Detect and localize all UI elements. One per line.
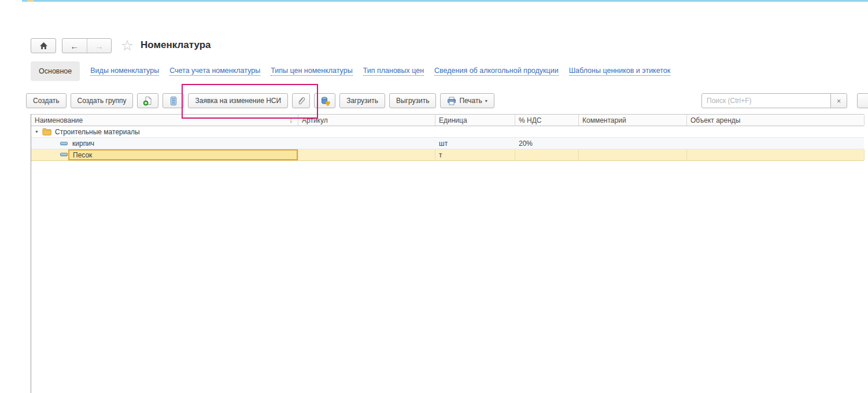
home-icon	[39, 42, 48, 50]
tab-main[interactable]: Основное	[31, 61, 80, 81]
column-header-unit[interactable]: Единица	[435, 115, 515, 126]
search-input[interactable]	[701, 93, 831, 108]
list-icon	[169, 96, 178, 106]
table-header-row: Наименование ↓ Артикул Единица % НДС Ком…	[31, 114, 864, 126]
article-cell[interactable]	[298, 138, 435, 149]
table-row[interactable]: кирпич шт 20%	[31, 138, 864, 149]
copy-item-button[interactable]	[137, 93, 158, 108]
nsi-database-button[interactable]	[314, 93, 335, 108]
rent-cell[interactable]	[687, 138, 865, 149]
app-window: { "accent": { "blue_color": "#90d4ee", "…	[0, 0, 868, 393]
vat-cell[interactable]	[515, 126, 579, 137]
accent-blue-line	[22, 0, 868, 2]
favorite-star-icon[interactable]: ☆	[119, 36, 136, 54]
print-button-label: Печать	[459, 97, 482, 105]
partial-right-button[interactable]	[857, 93, 868, 108]
search-group: ×	[701, 93, 847, 108]
load-button[interactable]: Загрузить	[339, 93, 385, 108]
unit-cell[interactable]: шт	[435, 138, 515, 149]
column-header-rent-object[interactable]: Объект аренды	[687, 115, 865, 126]
name-cell[interactable]: Песок	[31, 149, 298, 160]
nomenclature-table: Наименование ↓ Артикул Единица % НДС Ком…	[31, 114, 864, 393]
nsi-change-request-button[interactable]: Заявка на изменение НСИ	[188, 93, 288, 108]
table-row-group[interactable]: ▼ Строительные материалы	[31, 126, 864, 138]
tab-bar: Основное Виды номенклатуры Счета учета н…	[31, 61, 670, 81]
name-cell[interactable]: кирпич	[31, 138, 298, 149]
vat-cell[interactable]: 20%	[515, 138, 579, 149]
item-icon	[60, 142, 68, 145]
forward-button[interactable]: →	[87, 39, 112, 53]
tab-price-types[interactable]: Типы цен номенклатуры	[271, 67, 352, 76]
item-name-label: Песок	[73, 151, 92, 159]
focused-cell[interactable]: Песок	[68, 149, 298, 160]
tab-nomenclature-kinds[interactable]: Виды номенклатуры	[90, 67, 159, 76]
sort-arrow-icon: ↓	[289, 116, 293, 124]
attachments-button[interactable]	[292, 93, 310, 108]
search-clear-button[interactable]: ×	[830, 93, 847, 108]
list-settings-button[interactable]	[162, 93, 184, 108]
home-button[interactable]	[31, 38, 56, 53]
name-cell[interactable]: ▼ Строительные материалы	[31, 126, 298, 137]
database-icon	[320, 96, 330, 106]
history-nav: ← →	[62, 38, 112, 53]
close-icon: ×	[837, 97, 841, 105]
page-title: Номенклатура	[141, 39, 211, 51]
comment-cell[interactable]	[579, 138, 687, 149]
column-header-label: Наименование	[35, 116, 83, 124]
group-name-label: Строительные материалы	[55, 126, 140, 137]
expander-icon[interactable]: ▼	[35, 126, 39, 137]
tab-alcohol-info[interactable]: Сведения об алкогольной продукции	[434, 67, 559, 76]
accent-yellow-segment	[27, 0, 34, 2]
column-header-article[interactable]: Артикул	[298, 115, 435, 126]
item-icon	[60, 153, 68, 156]
print-button[interactable]: Печать ▾	[440, 93, 494, 108]
comment-cell[interactable]	[579, 126, 687, 137]
vat-cell[interactable]	[515, 149, 579, 160]
tab-label-templates[interactable]: Шаблоны ценников и этикеток	[569, 67, 671, 76]
column-header-vat[interactable]: % НДС	[515, 115, 579, 126]
back-button[interactable]: ←	[62, 39, 87, 53]
rent-cell[interactable]	[687, 126, 865, 137]
article-cell[interactable]	[298, 149, 435, 160]
folder-icon	[42, 128, 51, 135]
caret-down-icon: ▾	[485, 98, 487, 104]
back-icon: ←	[70, 41, 79, 51]
forward-icon: →	[95, 41, 104, 51]
unit-cell[interactable]	[435, 126, 515, 137]
toolbar: Создать Создать группу Заявка на изменен…	[26, 93, 494, 108]
tab-planned-price-type[interactable]: Тип плановых цен	[363, 67, 424, 76]
create-group-button[interactable]: Создать группу	[71, 93, 134, 108]
new-item-icon	[143, 96, 153, 106]
printer-icon	[447, 97, 456, 105]
table-row-selected[interactable]: Песок т	[31, 149, 864, 161]
comment-cell[interactable]	[579, 149, 687, 160]
unload-button[interactable]: Выгрузить	[389, 93, 437, 108]
unit-cell[interactable]: т	[435, 149, 515, 160]
tab-accounting-accounts[interactable]: Счета учета номенклатуры	[169, 67, 260, 76]
item-name-label: кирпич	[72, 138, 94, 149]
top-accent-bar	[0, 0, 868, 2]
create-button[interactable]: Создать	[26, 93, 67, 108]
column-header-comment[interactable]: Комментарий	[579, 115, 687, 126]
column-header-name[interactable]: Наименование ↓	[31, 115, 298, 126]
paperclip-icon	[297, 96, 306, 105]
article-cell[interactable]	[298, 126, 435, 137]
rent-cell[interactable]	[687, 149, 865, 160]
